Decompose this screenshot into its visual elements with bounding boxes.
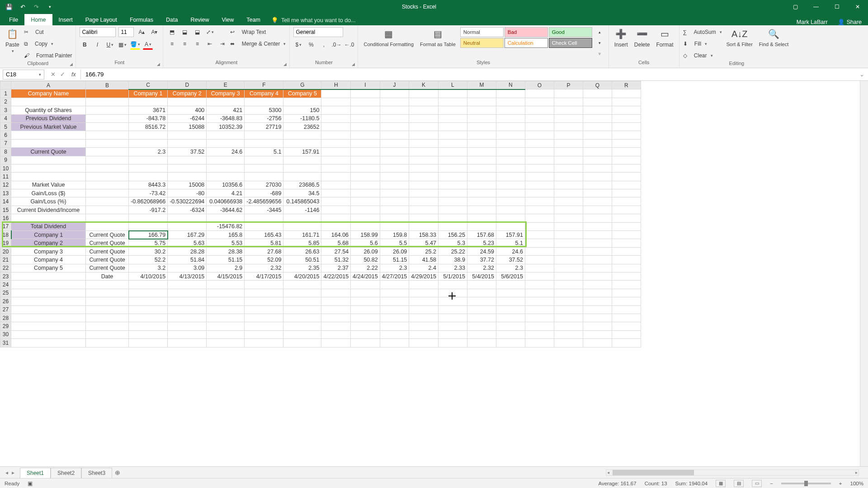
cell[interactable] (409, 181, 439, 189)
cell[interactable] (583, 247, 612, 255)
cell[interactable] (554, 314, 583, 322)
column-header[interactable]: Q (583, 81, 612, 89)
cell[interactable] (380, 114, 409, 122)
cell[interactable]: 5.53 (207, 239, 245, 247)
cell[interactable] (496, 206, 525, 214)
cell[interactable] (438, 206, 467, 214)
cell[interactable]: -73.42 (129, 189, 168, 197)
column-header[interactable]: F (245, 81, 283, 89)
cell[interactable] (525, 148, 554, 156)
cell[interactable] (168, 289, 207, 297)
close-icon[interactable]: ✕ (847, 0, 868, 14)
cell[interactable] (409, 114, 439, 122)
cell[interactable] (612, 231, 641, 239)
cell[interactable] (467, 89, 496, 98)
cell[interactable] (245, 297, 283, 305)
cell[interactable] (168, 322, 207, 330)
conditional-formatting-button[interactable]: ▦Conditional Formatting (362, 27, 415, 47)
cell[interactable]: Gain/Loss (%) (11, 197, 86, 206)
cell[interactable] (612, 222, 641, 230)
cell[interactable] (554, 122, 583, 131)
cell[interactable] (207, 289, 245, 297)
cell[interactable] (129, 330, 168, 338)
cell[interactable] (496, 281, 525, 289)
percent-icon[interactable]: % (306, 40, 316, 50)
cell[interactable] (207, 173, 245, 181)
cell[interactable]: Company 1 (129, 89, 168, 98)
cell[interactable] (409, 289, 439, 297)
cell[interactable]: 5.1 (496, 239, 525, 247)
cell[interactable] (525, 289, 554, 297)
font-name-select[interactable] (80, 27, 116, 37)
clear-button[interactable]: ◇ Clear▾ (683, 51, 722, 61)
cell[interactable] (207, 314, 245, 322)
cell[interactable]: 34.5 (283, 189, 321, 197)
cell[interactable]: 52.09 (245, 256, 283, 264)
cell[interactable] (351, 131, 380, 139)
cell[interactable] (283, 330, 321, 338)
row-header[interactable]: 4 (0, 114, 11, 122)
cell[interactable] (496, 148, 525, 156)
align-right-icon[interactable]: ≡ (192, 39, 202, 49)
cell[interactable]: 51.84 (168, 256, 207, 264)
cell[interactable] (583, 197, 612, 206)
cell[interactable] (612, 164, 641, 172)
cell[interactable] (612, 314, 641, 322)
cell[interactable]: 157.91 (283, 148, 321, 156)
cell[interactable] (351, 156, 380, 164)
tab-home[interactable]: Home (24, 14, 52, 25)
column-header[interactable]: B (86, 81, 129, 89)
cell[interactable] (554, 148, 583, 156)
tab-data[interactable]: Data (160, 14, 184, 25)
row-header[interactable]: 28 (0, 314, 11, 322)
undo-icon[interactable]: ↶ (19, 3, 26, 10)
cell[interactable] (438, 314, 467, 322)
cell[interactable]: 10356.6 (207, 181, 245, 189)
cell[interactable] (283, 305, 321, 314)
column-header[interactable]: I (351, 81, 380, 89)
cell[interactable]: 15088 (168, 122, 207, 131)
row-header[interactable]: 25 (0, 289, 11, 297)
tab-page-layout[interactable]: Page Layout (79, 14, 123, 25)
cell[interactable] (467, 164, 496, 172)
cell[interactable] (86, 281, 129, 289)
cell[interactable]: 161.71 (283, 231, 321, 239)
cell[interactable] (554, 222, 583, 230)
cell[interactable] (525, 314, 554, 322)
cell[interactable] (321, 222, 351, 230)
cell[interactable] (321, 148, 351, 156)
enter-formula-icon[interactable]: ✓ (60, 71, 65, 78)
cell[interactable] (86, 164, 129, 172)
cell[interactable]: 2.3 (496, 264, 525, 272)
cell[interactable] (583, 98, 612, 106)
cell[interactable] (11, 330, 86, 338)
cell[interactable] (380, 222, 409, 230)
cell[interactable] (467, 197, 496, 206)
cell[interactable] (583, 314, 612, 322)
row-header[interactable]: 1 (0, 89, 11, 98)
row-header[interactable]: 13 (0, 189, 11, 197)
cell[interactable] (409, 156, 439, 164)
cell[interactable] (612, 264, 641, 272)
cell[interactable] (612, 148, 641, 156)
maximize-icon[interactable]: ☐ (826, 0, 847, 14)
cell[interactable] (207, 339, 245, 347)
cell[interactable] (380, 106, 409, 114)
cell[interactable] (321, 131, 351, 139)
cell[interactable]: Gain/Loss ($) (11, 189, 86, 197)
cell[interactable] (438, 106, 467, 114)
cell[interactable] (438, 330, 467, 338)
cell[interactable] (409, 214, 439, 222)
cell[interactable]: 159.8 (380, 231, 409, 239)
cell[interactable] (554, 214, 583, 222)
row-header[interactable]: 19 (0, 239, 11, 247)
cell[interactable] (554, 281, 583, 289)
cell[interactable] (129, 139, 168, 147)
cell[interactable] (351, 314, 380, 322)
cell[interactable] (283, 164, 321, 172)
cell[interactable] (351, 189, 380, 197)
cell[interactable] (245, 314, 283, 322)
cell[interactable]: 2.35 (283, 264, 321, 272)
cell[interactable]: Market Value (11, 181, 86, 189)
cell[interactable] (86, 206, 129, 214)
